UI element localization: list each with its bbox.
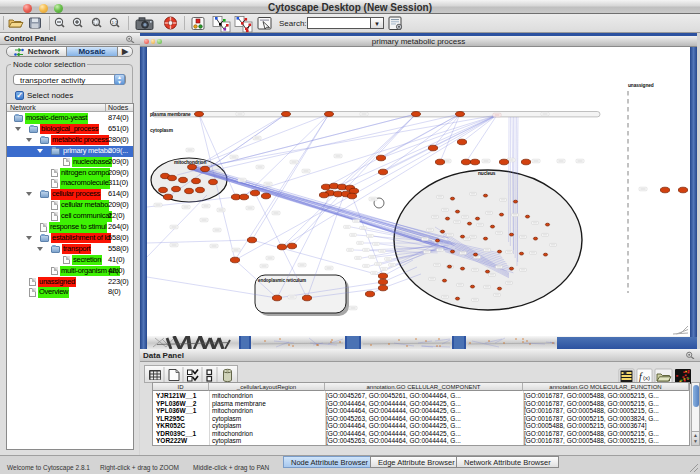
svg-text:nucleus: nucleus <box>478 171 496 176</box>
svg-text:plasma membrane: plasma membrane <box>150 112 191 117</box>
svg-text:cytoplasm: cytoplasm <box>150 128 173 133</box>
svg-text:1:1: 1:1 <box>111 20 118 25</box>
svg-text:mitochondrion: mitochondrion <box>174 160 206 165</box>
svg-text:unassigned: unassigned <box>628 83 654 88</box>
svg-text:endoplasmic reticulum: endoplasmic reticulum <box>258 278 306 283</box>
svg-text:(x): (x) <box>643 375 650 381</box>
